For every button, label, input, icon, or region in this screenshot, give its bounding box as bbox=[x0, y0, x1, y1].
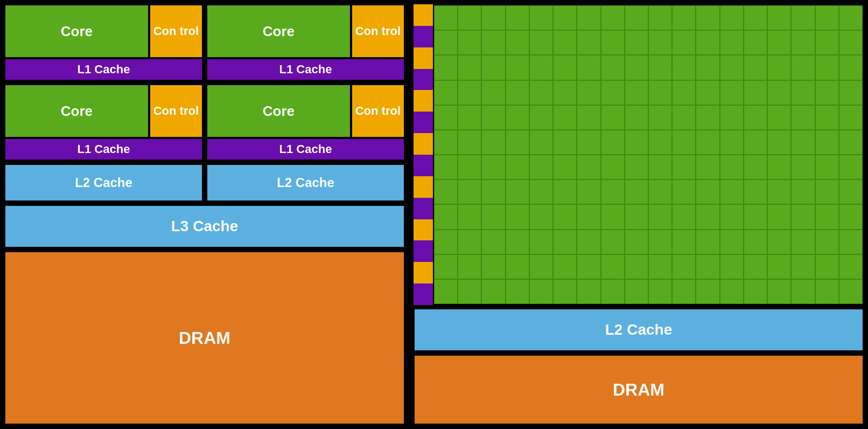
gpu-core-11-3 bbox=[506, 279, 529, 304]
gpu-core-5-17 bbox=[839, 130, 863, 155]
gpu-core-11-16 bbox=[815, 279, 839, 304]
gpu-core-3-15 bbox=[791, 80, 815, 105]
gpu-core-7-12 bbox=[720, 179, 744, 204]
gpu-core-0-3 bbox=[506, 5, 529, 30]
gpu-core-3-3 bbox=[506, 80, 529, 105]
gpu-core-9-4 bbox=[529, 230, 553, 254]
gpu-core-5-13 bbox=[744, 130, 767, 155]
gpu-core-6-4 bbox=[529, 155, 553, 179]
gpu-core-5-8 bbox=[625, 130, 648, 155]
gpu-core-8-16 bbox=[815, 204, 839, 229]
stripe-segment-4 bbox=[414, 90, 433, 112]
gpu-core-3-13 bbox=[744, 80, 767, 105]
gpu-core-0-8 bbox=[625, 5, 648, 30]
gpu-core-2-14 bbox=[767, 55, 791, 80]
gpu-core-6-8 bbox=[625, 155, 648, 179]
gpu-core-10-11 bbox=[696, 254, 719, 279]
gpu-core-11-11 bbox=[696, 279, 719, 304]
gpu-core-0-6 bbox=[577, 5, 600, 30]
gpu-core-3-14 bbox=[767, 80, 791, 105]
cpu-cluster-3: Core Con trol L1 Cache bbox=[4, 84, 203, 161]
gpu-core-10-12 bbox=[720, 254, 744, 279]
gpu-core-1-13 bbox=[744, 30, 767, 55]
gpu-core-4-13 bbox=[744, 105, 767, 130]
gpu-core-5-0 bbox=[434, 130, 458, 155]
gpu-core-1-0 bbox=[434, 30, 458, 55]
gpu-core-4-7 bbox=[601, 105, 625, 130]
gpu-core-5-14 bbox=[767, 130, 791, 155]
gpu-core-7-1 bbox=[458, 179, 481, 204]
gpu-core-1-7 bbox=[601, 30, 625, 55]
gpu-core-3-1 bbox=[458, 80, 481, 105]
gpu-core-8-14 bbox=[767, 204, 791, 229]
stripe-segment-9 bbox=[414, 198, 433, 219]
gpu-core-7-10 bbox=[672, 179, 696, 204]
gpu-core-10-10 bbox=[672, 254, 696, 279]
gpu-core-0-7 bbox=[601, 5, 625, 30]
gpu-core-7-6 bbox=[577, 179, 600, 204]
gpu-core-4-0 bbox=[434, 105, 458, 130]
gpu-core-5-6 bbox=[577, 130, 600, 155]
gpu-core-3-0 bbox=[434, 80, 458, 105]
gpu-core-4-16 bbox=[815, 105, 839, 130]
gpu-core-2-11 bbox=[696, 55, 719, 80]
gpu-core-3-9 bbox=[648, 80, 672, 105]
stripe-segment-10 bbox=[414, 219, 433, 241]
gpu-core-0-11 bbox=[696, 5, 719, 30]
gpu-core-1-6 bbox=[577, 30, 600, 55]
gpu-core-8-7 bbox=[601, 204, 625, 229]
gpu-core-4-9 bbox=[648, 105, 672, 130]
gpu-core-6-16 bbox=[815, 155, 839, 179]
stripe-segment-6 bbox=[414, 133, 433, 155]
cluster-2-top: Core Con trol bbox=[206, 4, 405, 58]
gpu-core-6-14 bbox=[767, 155, 791, 179]
stripe-segment-0 bbox=[414, 4, 433, 26]
stripe-segment-11 bbox=[414, 240, 433, 262]
gpu-core-3-7 bbox=[601, 80, 625, 105]
gpu-core-0-0 bbox=[434, 5, 458, 30]
gpu-core-5-16 bbox=[815, 130, 839, 155]
gpu-core-8-17 bbox=[839, 204, 863, 229]
gpu-core-6-3 bbox=[506, 155, 529, 179]
gpu-core-1-8 bbox=[625, 30, 648, 55]
gpu-core-8-4 bbox=[529, 204, 553, 229]
gpu-core-9-1 bbox=[458, 230, 481, 254]
gpu-core-9-13 bbox=[744, 230, 767, 254]
gpu-core-2-16 bbox=[815, 55, 839, 80]
gpu-core-1-5 bbox=[553, 30, 577, 55]
gpu-core-3-5 bbox=[553, 80, 577, 105]
gpu-core-11-14 bbox=[767, 279, 791, 304]
gpu-core-3-16 bbox=[815, 80, 839, 105]
gpu-core-11-9 bbox=[648, 279, 672, 304]
gpu-core-1-14 bbox=[767, 30, 791, 55]
l1-cache-1: L1 Cache bbox=[4, 58, 203, 81]
l2-cache-row: L2 Cache L2 Cache bbox=[4, 164, 405, 202]
gpu-core-1-1 bbox=[458, 30, 481, 55]
gpu-core-11-5 bbox=[553, 279, 577, 304]
gpu-core-10-5 bbox=[553, 254, 577, 279]
gpu-core-4-8 bbox=[625, 105, 648, 130]
gpu-core-3-8 bbox=[625, 80, 648, 105]
gpu-core-7-0 bbox=[434, 179, 458, 204]
gpu-core-1-12 bbox=[720, 30, 744, 55]
gpu-core-6-5 bbox=[553, 155, 577, 179]
gpu-core-4-3 bbox=[506, 105, 529, 130]
l1-cache-3: L1 Cache bbox=[4, 138, 203, 161]
gpu-core-11-13 bbox=[744, 279, 767, 304]
gpu-core-5-9 bbox=[648, 130, 672, 155]
gpu-core-6-7 bbox=[601, 155, 625, 179]
gpu-core-9-17 bbox=[839, 230, 863, 254]
cluster-3-top: Core Con trol bbox=[4, 84, 203, 138]
gpu-core-4-1 bbox=[458, 105, 481, 130]
gpu-core-6-11 bbox=[696, 155, 719, 179]
gpu-core-11-12 bbox=[720, 279, 744, 304]
gpu-core-9-9 bbox=[648, 230, 672, 254]
gpu-core-1-11 bbox=[696, 30, 719, 55]
gpu-core-4-10 bbox=[672, 105, 696, 130]
gpu-grid-section bbox=[414, 4, 864, 305]
stripe-segment-1 bbox=[414, 26, 433, 47]
gpu-core-8-0 bbox=[434, 204, 458, 229]
gpu-core-5-10 bbox=[672, 130, 696, 155]
gpu-core-4-2 bbox=[481, 105, 505, 130]
gpu-core-9-7 bbox=[601, 230, 625, 254]
